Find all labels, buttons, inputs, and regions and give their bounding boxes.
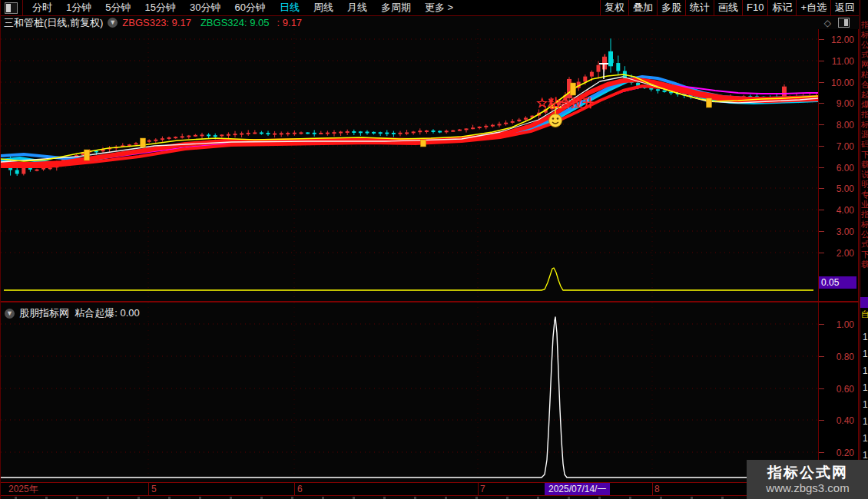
sub-chart-title: 股朋指标网 粘合起爆: 0.00 xyxy=(19,306,140,320)
axis-tick-mark xyxy=(819,61,824,61)
date-axis-separator xyxy=(294,483,295,495)
axis-tick-label: 10.00 xyxy=(831,78,854,88)
date-axis-separator xyxy=(148,483,149,495)
indicator-sub-chart[interactable]: ▼ 股朋指标网 粘合起爆: 0.00 xyxy=(1,302,819,482)
title-bar-icons: ◇ xyxy=(824,18,850,28)
chart-annotation-text: ☆粘合拉升 xyxy=(536,96,594,109)
toolbar-button-6[interactable]: 标记 xyxy=(767,0,796,16)
axis-tick-label: 8.00 xyxy=(837,121,854,130)
period-menu: 分时1分钟5分钟15分钟30分钟60分钟日线周线月线多周期更多 > xyxy=(25,0,460,15)
axis-tick-label: 0.60 xyxy=(837,385,854,394)
watermark-title: 指标公式网 xyxy=(767,464,848,481)
axis-tick-mark xyxy=(819,388,824,389)
axis-tick-mark xyxy=(819,210,824,210)
period-tab-10[interactable]: 更多 > xyxy=(418,0,460,15)
period-tab-8[interactable]: 月线 xyxy=(340,0,374,15)
axis-tick-label: 0.40 xyxy=(837,416,854,425)
diamond-icon[interactable]: ◇ xyxy=(824,18,831,28)
watermark-box: 指标公式网 www.zbgs3.com xyxy=(747,460,868,499)
axis-tick-mark xyxy=(819,356,824,357)
toolbar-button-2[interactable]: 多股 xyxy=(657,0,685,16)
axis-tick-mark xyxy=(819,188,824,189)
indicator-zbgs323: ZBGS323: 9.17 xyxy=(122,17,191,28)
indicator-extra: : 9.17 xyxy=(277,17,303,28)
date-axis-label: 5 xyxy=(151,484,157,495)
toolbar-button-1[interactable]: 叠加 xyxy=(628,0,657,16)
period-tab-3[interactable]: 15分钟 xyxy=(137,0,182,15)
period-tab-4[interactable]: 30分钟 xyxy=(183,0,227,15)
clipped-digit-column: 1 1 1 1 1 1 1 1 xyxy=(863,329,868,464)
axis-tick-mark xyxy=(819,124,824,125)
axis-tick-label: 11.00 xyxy=(832,57,854,66)
axis-tick-mark xyxy=(819,82,824,83)
axis-tick-mark xyxy=(819,103,824,104)
date-axis-label: 7 xyxy=(480,484,485,495)
period-tab-2[interactable]: 5分钟 xyxy=(98,0,137,15)
stock-title: 三和管桩(日线,前复权) xyxy=(4,16,103,30)
period-tab-5[interactable]: 60分钟 xyxy=(227,0,272,15)
date-axis-label: 6 xyxy=(297,484,303,495)
clipped-partial-text: 指标公式网粘合起爆指标源码下载说明专业指标公式下载 xyxy=(861,20,868,290)
date-axis-highlighted-date: 2025/07/14/一 xyxy=(545,483,610,495)
axis-tick-label: 1.00 xyxy=(837,320,854,329)
axis-tick-label: 4.00 xyxy=(837,206,854,215)
axis-tick-label: 6.00 xyxy=(837,164,854,173)
axis-tick-mark xyxy=(819,420,824,421)
toolbar-button-5[interactable]: F10 xyxy=(742,0,767,16)
sub-chart-header: ▼ 股朋指标网 粘合起爆: 0.00 xyxy=(5,306,140,320)
axis-tick-mark xyxy=(819,324,824,325)
chevron-down-icon[interactable]: ▼ xyxy=(5,309,15,319)
axis-tick-mark xyxy=(819,452,824,453)
axis-tick-label: 0.20 xyxy=(837,448,854,458)
period-tab-6[interactable]: 日线 xyxy=(273,0,306,15)
clipped-accent-char: 自 xyxy=(861,309,868,319)
axis-tick-label: 12.00 xyxy=(831,35,854,45)
layout-split-icon[interactable] xyxy=(5,2,18,14)
axis-tick-label: 3.00 xyxy=(837,227,854,236)
axis-tick-label: 2.00 xyxy=(837,249,854,258)
axis-tick-mark xyxy=(819,167,824,168)
axis-tick-mark xyxy=(819,253,824,253)
indicator-value-tag: 0.05 xyxy=(819,276,856,289)
chevron-down-icon[interactable]: ▼ xyxy=(108,18,118,28)
axis-tick-mark xyxy=(819,231,824,232)
axis-tick-label: 5.00 xyxy=(837,184,854,193)
indicator-zbgs324: ZBGS324: 9.05 xyxy=(200,17,270,28)
chart-title-bar: 三和管桩(日线,前复权) ▼ ZBGS323: 9.17 ZBGS324: 9.… xyxy=(1,16,859,29)
toolbar-buttons: 复权叠加多股统计画线F10标记+自选返回 xyxy=(600,0,859,16)
axis-tick-mark xyxy=(819,39,824,40)
clipped-right-panel: 指标公式网粘合起爆指标源码下载说明专业指标公式下载 自 1 1 1 1 1 1 … xyxy=(860,0,868,499)
axis-tick-mark xyxy=(819,146,824,147)
date-axis-label: 8 xyxy=(654,484,660,495)
toolbar-button-8[interactable]: 返回 xyxy=(830,0,859,16)
toolbar-button-0[interactable]: 复权 xyxy=(600,0,628,16)
period-tab-0[interactable]: 分时 xyxy=(25,0,59,15)
main-candlestick-chart[interactable]: ☆粘合拉升 xyxy=(1,29,819,301)
date-axis[interactable]: 2025年56782025/07/14/一 xyxy=(1,482,859,496)
date-axis-separator xyxy=(478,483,479,495)
date-axis-label: 2025年 xyxy=(8,484,38,495)
panel-icon[interactable] xyxy=(838,18,850,28)
watermark-url: www.zbgs3.com xyxy=(766,481,849,495)
toolbar-button-3[interactable]: 统计 xyxy=(685,0,714,16)
toolbar-button-7[interactable]: +自选 xyxy=(796,0,830,16)
axis-tick-label: 9.00 xyxy=(837,99,854,108)
axis-tick-label: 0.80 xyxy=(837,352,854,362)
period-tab-1[interactable]: 1分钟 xyxy=(59,0,98,15)
clipped-purple-tag xyxy=(860,297,868,308)
top-menu-bar: 分时1分钟5分钟15分钟30分钟60分钟日线周线月线多周期更多 > 复权叠加多股… xyxy=(1,0,859,16)
period-tab-9[interactable]: 多周期 xyxy=(374,0,418,15)
sub-chart-canvas xyxy=(1,302,818,482)
main-chart-canvas: ☆粘合拉升 xyxy=(1,29,818,301)
trading-app-window: 分时1分钟5分钟15分钟30分钟60分钟日线周线月线多周期更多 > 复权叠加多股… xyxy=(0,0,868,499)
menu-divider xyxy=(22,0,23,16)
sub-value-axis: 1.000.800.600.400.20 xyxy=(819,302,859,482)
period-tab-7[interactable]: 周线 xyxy=(306,0,340,15)
date-axis-separator xyxy=(652,483,653,495)
axis-tick-label: 7.00 xyxy=(837,142,854,151)
main-price-axis: 12.0011.0010.009.008.007.006.005.004.003… xyxy=(819,29,859,301)
toolbar-button-4[interactable]: 画线 xyxy=(714,0,742,16)
